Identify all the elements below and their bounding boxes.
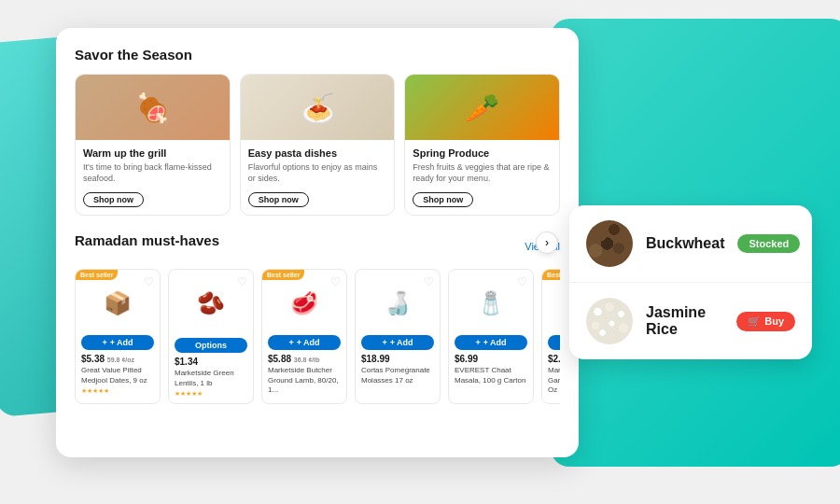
lentils-rating: ★★★★★ (175, 390, 247, 398)
masala-wishlist-icon[interactable]: ♡ (517, 275, 527, 288)
lamb-price: $5.88 36.8 ¢/lb (268, 354, 341, 364)
hummus-product-name: Marketside Roasted Garlic Hummus, 10 Oz (548, 366, 560, 395)
product-card-lamb: Best seller 🥩 ♡ + + Add $5.88 36.8 ¢/lb … (261, 269, 347, 404)
dates-add-button[interactable]: + + Add (81, 335, 154, 350)
seasonal-card-pasta[interactable]: 🍝 Easy pasta dishes Flavorful options to… (240, 74, 396, 216)
ramadan-section-header: Ramadan must-haves View all (75, 232, 560, 259)
dates-price: $5.38 59.8 ¢/oz (81, 354, 154, 364)
grill-card-body: Warm up the grill It's time to bring bac… (76, 140, 230, 215)
plus-icon: + (475, 338, 480, 347)
buckwheat-stocked-badge: Stocked (737, 234, 800, 253)
product-card-lentils: 🫘 ♡ Options $1.34 Marketside Green Lenti… (168, 269, 254, 404)
jasmine-rice-image (586, 298, 633, 344)
product-card-dates: Best seller 📦 ♡ + + Add $5.38 59.8 ¢/oz … (75, 269, 161, 404)
ingredient-status-card: Buckwheat Stocked Jasmine Rice 🛒 Buy (569, 205, 812, 359)
spring-shop-now-btn[interactable]: Shop now (413, 192, 473, 207)
hummus-price: $2.87 28.7 ¢/oz (548, 354, 560, 364)
jasmine-info-item: Jasmine Rice 🛒 Buy (569, 283, 812, 359)
masala-add-button[interactable]: + + Add (455, 335, 527, 350)
seasonal-section-title: Savor the Season (75, 47, 560, 63)
grill-card-image: 🍖 (76, 75, 230, 140)
buckwheat-image (586, 220, 633, 267)
lamb-product-image: 🥩 ♡ (268, 275, 341, 331)
product-card-masala: 🧂 ♡ + + Add $6.99 EVEREST Chaat Masala, … (448, 269, 534, 404)
products-row: Best seller 📦 ♡ + + Add $5.38 59.8 ¢/oz … (75, 269, 560, 404)
grill-card-desc: It's time to bring back flame-kissed sea… (83, 162, 222, 184)
plus-icon: + (382, 338, 386, 347)
molasses-add-button[interactable]: + + Add (361, 335, 434, 350)
buckwheat-info-item: Buckwheat Stocked (569, 205, 812, 283)
plus-icon: + (102, 338, 106, 347)
product-card-hummus: Best seller 🫙 ♡ + + Add $2.87 28.7 ¢/oz … (541, 269, 560, 404)
lentils-options-button[interactable]: Options (175, 338, 247, 353)
spring-card-body: Spring Produce Fresh fruits & veggies th… (405, 140, 559, 215)
spring-card-title: Spring Produce (413, 147, 552, 159)
grill-shop-now-btn[interactable]: Shop now (83, 192, 144, 207)
masala-product-image: 🧂 ♡ (455, 275, 527, 331)
lentils-product-name: Marketside Green Lentils, 1 lb (175, 369, 247, 388)
grill-card-title: Warm up the grill (83, 147, 222, 159)
hummus-product-image: 🫙 ♡ (548, 275, 560, 331)
pasta-card-desc: Flavorful options to enjoy as mains or s… (248, 162, 387, 184)
molasses-product-image: 🍶 ♡ (361, 275, 434, 331)
spring-card-image: 🥕 (405, 75, 559, 140)
cart-icon: 🛒 (748, 315, 761, 328)
dates-rating: ★★★★★ (81, 387, 154, 395)
ramadan-section-title: Ramadan must-haves (75, 232, 219, 248)
masala-price: $6.99 (455, 354, 527, 364)
lentils-product-image: 🫘 ♡ (175, 275, 247, 331)
molasses-price: $18.99 (361, 354, 434, 364)
dates-wishlist-icon[interactable]: ♡ (144, 275, 154, 288)
main-shopping-card: Savor the Season 🍖 Warm up the grill It'… (56, 28, 579, 457)
seasonal-card-grill[interactable]: 🍖 Warm up the grill It's time to bring b… (75, 74, 231, 216)
plus-icon: + (288, 338, 293, 347)
lentils-wishlist-icon[interactable]: ♡ (237, 275, 247, 288)
lentils-price: $1.34 (175, 357, 247, 367)
dates-product-image: 📦 ♡ (81, 275, 154, 331)
pasta-card-title: Easy pasta dishes (248, 147, 387, 159)
pasta-card-image: 🍝 (241, 75, 395, 140)
spring-card-desc: Fresh fruits & veggies that are ripe & r… (413, 162, 552, 184)
pasta-card-body: Easy pasta dishes Flavorful options to e… (241, 140, 395, 215)
product-card-molasses: 🍶 ♡ + + Add $18.99 Cortas Pomegranate Mo… (355, 269, 441, 404)
hummus-add-button[interactable]: + + Add (548, 335, 560, 350)
seasonal-cards-row: 🍖 Warm up the grill It's time to bring b… (75, 74, 560, 216)
lamb-add-button[interactable]: + + Add (268, 335, 341, 350)
pasta-shop-now-btn[interactable]: Shop now (248, 192, 309, 207)
jasmine-rice-name: Jasmine Rice (646, 304, 723, 338)
masala-product-name: EVEREST Chaat Masala, 100 g Carton (455, 366, 527, 385)
seasonal-card-spring[interactable]: 🥕 Spring Produce Fresh fruits & veggies … (404, 74, 560, 216)
buckwheat-name: Buckwheat (646, 235, 724, 252)
dates-product-name: Great Value Pitted Medjool Dates, 9 oz (81, 366, 154, 385)
molasses-product-name: Cortas Pomegranate Molasses 17 oz (361, 366, 434, 385)
products-next-arrow[interactable]: › (536, 231, 558, 254)
jasmine-rice-buy-button[interactable]: 🛒 Buy (736, 312, 795, 331)
molasses-wishlist-icon[interactable]: ♡ (424, 275, 434, 288)
lamb-wishlist-icon[interactable]: ♡ (330, 275, 341, 288)
lamb-product-name: Marketside Butcher Ground Lamb, 80/20, 1… (268, 366, 341, 395)
